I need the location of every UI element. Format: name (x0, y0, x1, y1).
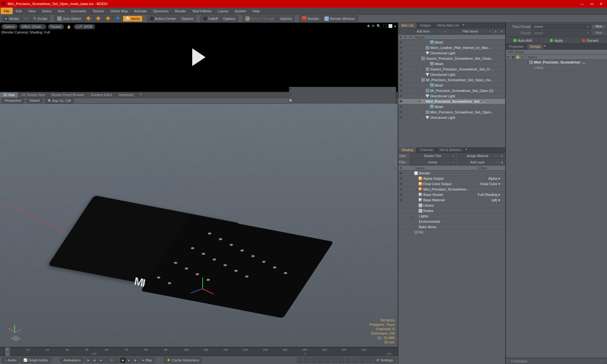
vptab-schematic[interactable]: Schematic (116, 92, 137, 98)
shad-name-col[interactable]: Name (414, 166, 477, 170)
menu-item[interactable]: Item (55, 8, 68, 14)
discard-button[interactable]: Discard (573, 37, 607, 44)
item-row[interactable]: 👁 Mesh (398, 104, 505, 110)
tab-channels[interactable]: Channels (417, 147, 437, 153)
play-button[interactable]: ▸ Play (140, 357, 155, 363)
link-column-icon[interactable]: ↗ (408, 35, 413, 39)
assignmaterial-dropdown[interactable]: Assign Material (457, 154, 498, 159)
eye-icon[interactable]: 👁 (398, 83, 403, 87)
item-row[interactable]: 👁 ▸ Xiaomi_Precision_Screwdriver_Set_Cl … (398, 67, 505, 72)
vptab-uv-texture-view[interactable]: UV Texture View (18, 92, 48, 98)
shader-row[interactable]: Environments (398, 219, 505, 224)
vp-rotate-icon[interactable]: ⟳ (289, 93, 396, 97)
passgroups-new-button[interactable]: New (592, 24, 606, 29)
item-row[interactable]: 👁 ▾ Mi_Precision_Screwdriver_Set_Open_mo… (398, 77, 505, 83)
shader-row[interactable]: 👁 Alpha OutputAlpha ▾ (398, 176, 505, 181)
next-frame-button[interactable]: ▸ (126, 357, 132, 363)
mode-materials[interactable] (113, 16, 123, 21)
item-tree[interactable]: 👁 Mesh👁 ▸ Worn_Leather_Pilot_Helmet_on_M… (398, 40, 505, 147)
prev-frame-button[interactable]: ◂ (98, 357, 104, 363)
search-s-button[interactable]: S (500, 160, 505, 165)
selectthrough-toggle[interactable]: Select Through (243, 16, 277, 21)
eye-icon[interactable]: 👁 (398, 94, 403, 98)
tool-11[interactable] (366, 357, 372, 363)
tool-9[interactable] (353, 357, 358, 363)
render-lut-dropdown[interactable]: LUT: sRGB (74, 24, 95, 29)
eye-icon[interactable]: 👁 (398, 40, 403, 44)
mode-vertices[interactable] (84, 16, 94, 21)
addlayer-dropdown[interactable]: Add Layer (457, 160, 498, 165)
shader-row[interactable]: Nodes (398, 208, 505, 214)
command-bar[interactable]: ▸Command ⚙▸ (506, 358, 607, 364)
render-camera-dropdown[interactable]: (Render Camera) (1, 30, 28, 34)
shad-effect-col[interactable]: Effect (477, 166, 505, 170)
tab-info[interactable]: Info & Statistics (437, 147, 465, 153)
actioncenter-button[interactable]: Action Center (147, 16, 179, 21)
mode-polygons[interactable] (103, 16, 113, 21)
passgroups-dropdown[interactable]: (none) (532, 24, 590, 29)
falloff-options[interactable]: Options (221, 16, 238, 21)
item-row[interactable]: 👁 Mesh (398, 61, 505, 67)
menu-vertex-map[interactable]: Vertex Map (107, 8, 131, 14)
item-row[interactable]: 👁 Mesh (398, 40, 505, 45)
tab-images[interactable]: Images (417, 23, 434, 28)
expand-icon[interactable]: ⛶ (383, 24, 386, 28)
menu-help[interactable]: Help (249, 8, 263, 14)
prev-key-button[interactable]: ◂| (92, 357, 97, 363)
filter-dropdown[interactable]: (none) (410, 160, 456, 165)
add-vptab-button[interactable]: + (137, 92, 144, 98)
filter-f-button[interactable]: F (500, 154, 505, 159)
g-obj-icon[interactable]: ▦ (511, 55, 515, 59)
audio-button[interactable]: ♪ Audio (2, 357, 19, 363)
eye-icon[interactable]: 👁 (398, 89, 403, 93)
filter-button[interactable]: F (500, 29, 505, 34)
tool-5[interactable] (325, 357, 330, 363)
eye-icon[interactable]: 👁 (398, 100, 403, 103)
play-icon[interactable] (192, 48, 205, 66)
eye-icon[interactable]: 👁 (398, 51, 403, 55)
passes-dropdown[interactable]: (none) (532, 31, 590, 35)
undock-icon[interactable]: ◱ (494, 148, 497, 152)
menu-texture[interactable]: Texture (89, 8, 107, 14)
render-button[interactable]: Render (299, 16, 322, 21)
eye-icon[interactable]: 👁 (398, 198, 403, 202)
gear-icon[interactable]: ⚙ (498, 23, 501, 27)
next-icon[interactable]: ▸ (395, 24, 396, 28)
tool-2[interactable] (304, 357, 310, 363)
fullscreen-icon[interactable]: ⬜ (388, 24, 393, 28)
presets-button[interactable]: F2 (21, 16, 31, 21)
eye-icon[interactable]: 👁 (398, 187, 403, 191)
goto-start-button[interactable]: |◂ (85, 357, 91, 363)
eye-column-icon[interactable]: 👁 (398, 35, 403, 39)
move-icon[interactable]: ✥ (367, 24, 370, 28)
shader-row[interactable]: 👁 Base ShaderFull Shading ▾ (398, 192, 505, 197)
item-row[interactable]: 👁 ▾ Xiaomi_Precision_Screwdriver_Set_Clo… (398, 56, 505, 61)
mode-items[interactable]: Items (123, 16, 142, 21)
rotate-icon[interactable]: ⟳ (372, 24, 375, 28)
vptab-render-preset-browser[interactable]: Render Preset Browser (48, 92, 88, 98)
menu-view[interactable]: View (25, 8, 39, 14)
tab-shading[interactable]: Shading (398, 147, 417, 153)
cache-button[interactable]: ⚡ Cache Deformers (164, 357, 202, 363)
menu-select[interactable]: Select (39, 8, 55, 14)
g-lock-icon[interactable]: 🔒 (515, 55, 520, 59)
g-name-col[interactable]: Name (526, 55, 607, 59)
autoselect-toggle[interactable]: Auto Select (55, 16, 83, 21)
shader-row[interactable]: FX (398, 230, 505, 235)
close-panel-icon[interactable]: ▸ (503, 23, 505, 27)
model-button[interactable]: Model (2, 16, 21, 21)
render-paused-button[interactable]: Paused (48, 24, 64, 29)
eye-icon[interactable]: 👁 (398, 171, 403, 175)
item-row[interactable]: 👁 ▸ Mini_Precision_Screwdriver_Set_Open.… (398, 110, 505, 115)
item-row[interactable]: 👁 Directional Light (398, 72, 505, 77)
group-row[interactable]: ▾ Mini_Precision_Screwdriver_... (506, 60, 607, 65)
transform-gizmo[interactable] (193, 279, 212, 298)
name-column[interactable]: Name (414, 35, 505, 39)
vp-move-icon[interactable]: ✥ (289, 87, 396, 91)
shadertree-dropdown[interactable]: Shader Tree (410, 154, 456, 159)
menu-render[interactable]: Render (172, 8, 189, 14)
close-panel-icon[interactable]: ▸ (503, 148, 505, 152)
shader-row[interactable]: 👁 Final Color OutputFinal Color ▾ (398, 181, 505, 187)
tool-6[interactable] (332, 357, 337, 363)
eye-icon[interactable]: 👁 (398, 57, 403, 60)
